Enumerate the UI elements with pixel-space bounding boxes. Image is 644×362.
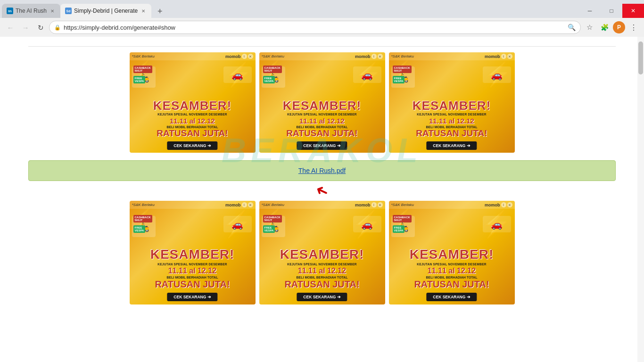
ad-2-brand: momob (355, 54, 371, 59)
scrollbar-thumb[interactable] (638, 41, 643, 74)
car-icon-3: 🚗 (483, 66, 511, 83)
ad-3-date: 11.11 al 12.12 (389, 117, 515, 125)
top-ads-row: *S&K Berlaku momob i × ⚡ ⚡ 🛵 🚗 CASHBACK5… (0, 52, 644, 153)
bot-ad-1-brand: momob (225, 203, 241, 207)
ad-1-subtitle: KEJUTAN SPESIAL NOVEMBER DESEMBER (130, 113, 256, 116)
car-icon-2: 🚗 (353, 66, 381, 83)
bottom-ads-row: *S&K Berlaku momob i × ⚡ ⚡ 🛵 🚗 CASHBACK5… (0, 201, 644, 304)
bot-ad-2-close[interactable]: × (378, 202, 383, 207)
close-button[interactable]: ✕ (622, 4, 644, 18)
ad-3-top: *S&K Berlaku momob i × (389, 52, 515, 60)
ad-1-date: 11.11 al 12.12 (130, 117, 256, 125)
ad-3-kesamber: KESAMBER! (389, 99, 515, 113)
ad-2-top: *S&K Berlaku momob i × (259, 52, 385, 60)
ad-card-1[interactable]: *S&K Berlaku momob i × ⚡ ⚡ 🛵 🚗 CASHBACK5… (130, 52, 256, 153)
bot-ad-3-close[interactable]: × (507, 202, 512, 207)
car-icon: 🚗 (223, 66, 252, 83)
address-text: https://simply-debrid.com/generate#show (64, 24, 565, 31)
ad-2-content: KESAMBER! KEJUTAN SPESIAL NOVEMBER DESEM… (259, 99, 385, 139)
ad-2-ratusan: RATUSAN JUTA! (259, 129, 385, 139)
maximize-button[interactable]: □ (601, 4, 622, 18)
browser-chrome: in The AI Rush ✕ Sd Simply-Debrid | Gene… (0, 0, 644, 37)
ad-card-2[interactable]: *S&K Berlaku momob i × ⚡ ⚡ 🛵 🚗 CASHBACK5… (259, 52, 385, 153)
red-arrow-icon: ➜ (313, 181, 331, 200)
forward-button[interactable]: → (19, 21, 32, 34)
ad-1-top: *S&K Berlaku momob i × (130, 52, 256, 60)
bot-ad-1-cek-btn[interactable]: CEK SEKARANG ➔ (167, 293, 217, 301)
tab-1[interactable]: in The AI Rush ✕ (2, 4, 60, 18)
ad-3-brand: momob (485, 54, 500, 59)
download-bar: The AI Rush.pdf (28, 160, 616, 181)
bottom-ad-card-3[interactable]: *S&K Berlaku momob i × ⚡ ⚡ 🛵 🚗 CASHBACK5… (389, 201, 515, 304)
sd-favicon: Sd (65, 8, 72, 14)
ad-1-sk: *S&K Berlaku (132, 54, 155, 58)
minimize-button[interactable]: ─ (579, 4, 601, 18)
ad-3-cek-btn[interactable]: CEK SEKARANG ➔ (426, 141, 477, 150)
bot-ad-2-cek-btn[interactable]: CEK SEKARANG ➔ (297, 293, 347, 301)
address-bar[interactable]: 🔒 https://simply-debrid.com/generate#sho… (49, 21, 581, 34)
cashback-badge: CASHBACK500JT (133, 66, 152, 73)
ad-3-subtitle: KEJUTAN SPESIAL NOVEMBER DESEMBER (389, 113, 515, 116)
profile-button[interactable]: P (613, 21, 625, 33)
linkedin-favicon: in (7, 8, 13, 14)
cashback-badge-2: CASHBACK500JT (263, 66, 282, 73)
search-icon: 🔍 (568, 24, 576, 31)
ad-1-ratusan: RATUSAN JUTA! (130, 129, 256, 139)
bot-ad-1-sk: *S&K Berlaku (132, 203, 155, 207)
back-button[interactable]: ← (4, 21, 17, 34)
bot-ad-1-close[interactable]: × (248, 202, 253, 207)
ad-2-close[interactable]: × (378, 54, 383, 59)
window-controls: ─ □ ✕ (579, 4, 644, 18)
download-link[interactable]: The AI Rush.pdf (298, 167, 346, 174)
cashback-badge-3: CASHBACK500JT (393, 66, 412, 73)
free-badge: FREEVESPA (133, 76, 146, 83)
scrollbar[interactable] (637, 37, 644, 362)
ad-2-date: 11.11 al 12.12 (259, 117, 385, 125)
tab-2-label: Simply-Debrid | Generate (74, 8, 138, 14)
toolbar: ← → ↻ 🔒 https://simply-debrid.com/genera… (0, 18, 644, 37)
ad-1-content: KESAMBER! KEJUTAN SPESIAL NOVEMBER DESEM… (130, 99, 256, 139)
new-tab-button[interactable]: + (153, 5, 166, 18)
extensions-button[interactable]: 🧩 (598, 21, 611, 34)
bot-car-1: 🚗 (223, 216, 252, 232)
ad-1-brand: momob (225, 54, 241, 59)
ad-3-ratusan: RATUSAN JUTA! (389, 129, 515, 139)
lock-icon: 🔒 (54, 25, 61, 31)
bot-ad-3-cek-btn[interactable]: CEK SEKARANG ➔ (426, 293, 477, 301)
tab-1-close[interactable]: ✕ (49, 8, 56, 14)
ad-2-sk: *S&K Berlaku (262, 54, 284, 58)
bottom-ad-card-1[interactable]: *S&K Berlaku momob i × ⚡ ⚡ 🛵 🚗 CASHBACK5… (130, 201, 256, 304)
tab-2-close[interactable]: ✕ (140, 8, 147, 14)
page-content: BERAKOL *S&K Berlaku momob i × ⚡ ⚡ 🛵 🚗 C… (0, 37, 644, 362)
menu-button[interactable]: ⋮ (627, 21, 640, 34)
bottom-ad-card-2[interactable]: *S&K Berlaku momob i × ⚡ ⚡ 🛵 🚗 CASHBACK5… (259, 201, 385, 304)
ad-3-sk: *S&K Berlaku (391, 54, 414, 58)
ad-1-close[interactable]: × (248, 54, 253, 59)
ad-2-cek-btn[interactable]: CEK SEKARANG ➔ (297, 141, 347, 150)
ad-card-3[interactable]: *S&K Berlaku momob i × ⚡ ⚡ 🛵 🚗 CASHBACK5… (389, 52, 515, 153)
ad-2-kesamber: KESAMBER! (259, 99, 385, 113)
ad-3-close[interactable]: × (507, 54, 512, 59)
bookmark-button[interactable]: ☆ (583, 21, 596, 34)
tab-1-label: The AI Rush (16, 8, 47, 14)
tab-2[interactable]: Sd Simply-Debrid | Generate ✕ (60, 4, 151, 18)
ad-1-cek-btn[interactable]: CEK SEKARANG ➔ (167, 141, 217, 150)
bot-ad-1-content: KESAMBER! KEJUTAN SPESIAL NOVEMBER DESEM… (130, 247, 256, 289)
ad-3-content: KESAMBER! KEJUTAN SPESIAL NOVEMBER DESEM… (389, 99, 515, 139)
arrow-container: ➜ (0, 183, 644, 198)
reload-button[interactable]: ↻ (34, 21, 47, 34)
ad-1-kesamber: KESAMBER! (130, 99, 256, 113)
free-badge-2: FREEVESPA (263, 76, 275, 83)
tab-bar: in The AI Rush ✕ Sd Simply-Debrid | Gene… (0, 0, 644, 18)
ad-2-subtitle: KEJUTAN SPESIAL NOVEMBER DESEMBER (259, 113, 385, 116)
free-badge-3: FREEVESPA (393, 76, 405, 83)
top-divider (28, 46, 616, 47)
